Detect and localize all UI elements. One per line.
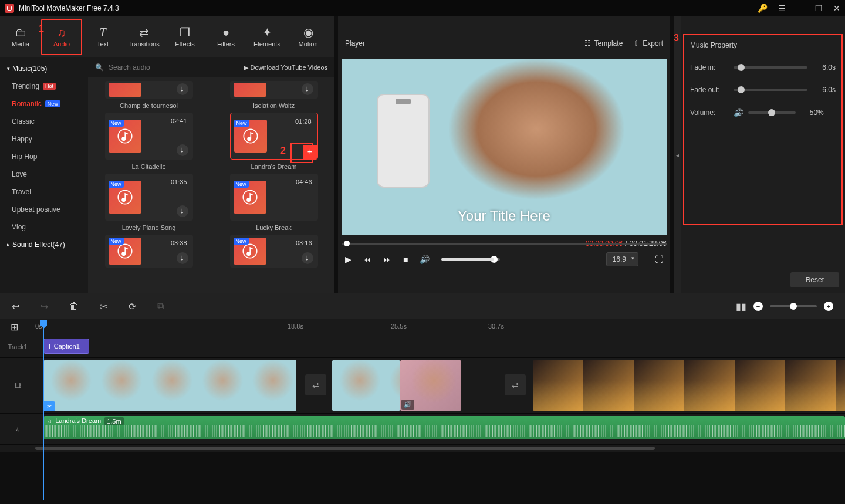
music-note-icon: ♫ <box>15 425 20 432</box>
audio-card[interactable]: New 04:46 Lucky Break <box>219 174 329 231</box>
play-button[interactable]: ▶ <box>345 255 351 264</box>
volume-icon[interactable]: 🔊 <box>420 255 430 264</box>
tab-filters[interactable]: ●Filters <box>205 19 246 55</box>
caption-clip[interactable]: T Caption1 <box>43 339 89 354</box>
audio-card-selected[interactable]: New 01:28 + Landra's Dream 2 <box>219 113 329 170</box>
music-note-icon: ♫ <box>47 417 52 424</box>
transition-slot[interactable]: ⇄ <box>505 374 526 395</box>
player-panel: Player ☷Template ⇧Export Your Title Here… <box>338 16 670 293</box>
video-clip[interactable]: 🔊 <box>400 360 461 411</box>
category-trending[interactable]: TrendingHot <box>0 77 88 95</box>
audio-card[interactable]: New 02:41 ⭳ La Citadelle <box>94 113 204 170</box>
fadeout-slider[interactable] <box>734 89 807 91</box>
audio-title: Lovely Piano Song <box>122 224 176 231</box>
category-happy[interactable]: Happy <box>0 130 88 148</box>
audio-card[interactable]: New 03:16 ⭳ <box>219 235 329 268</box>
license-key-icon[interactable]: 🔑 <box>758 4 768 13</box>
prev-frame-button[interactable]: ⏮ <box>363 255 371 264</box>
video-clip[interactable]: ✂ <box>43 360 298 411</box>
audio-title: Lucky Break <box>256 224 292 231</box>
category-upbeat[interactable]: Upbeat positive <box>0 201 88 218</box>
category-vlog[interactable]: Vlog <box>0 218 88 236</box>
category-music[interactable]: Music(105) <box>0 60 88 77</box>
category-love[interactable]: Love <box>0 165 88 183</box>
audio-card[interactable]: New 03:38 ⭳ <box>94 235 204 268</box>
download-icon[interactable]: ⭳ <box>177 83 188 95</box>
category-romantic[interactable]: RomanticNew <box>0 95 88 113</box>
film-icon: 🎞 <box>15 382 21 389</box>
timeline-ruler[interactable]: ⊞ 0s 18.8s 25.5s 30.7s <box>0 319 845 336</box>
tab-elements[interactable]: ✦Elements <box>246 19 288 55</box>
speed-button[interactable]: ⟳ <box>129 301 136 312</box>
category-classic[interactable]: Classic <box>0 113 88 130</box>
download-icon[interactable]: ⭳ <box>302 83 313 95</box>
tab-text[interactable]: TText <box>82 19 123 55</box>
motion-icon: ◉ <box>303 26 313 38</box>
tab-effects[interactable]: ❐Effects <box>164 19 205 55</box>
panel-collapse-handle[interactable]: ◂ <box>674 16 681 293</box>
audio-title: Landra's Dream <box>251 163 297 170</box>
music-note-icon: ♫ <box>58 26 66 38</box>
zoom-in-button[interactable]: + <box>824 302 833 311</box>
category-soundeffect[interactable]: Sound Effect(47) <box>0 236 88 253</box>
add-track-button[interactable]: ⊞ <box>11 322 18 333</box>
new-badge: New <box>234 120 249 127</box>
layers-icon: ☷ <box>584 39 591 48</box>
next-frame-button[interactable]: ⏭ <box>383 255 391 264</box>
undo-button[interactable]: ↩ <box>12 301 19 312</box>
audio-card[interactable]: ⭳ Isolation Waltz <box>219 81 329 109</box>
minimize-icon[interactable]: — <box>796 4 805 13</box>
zoom-out-button[interactable]: − <box>753 302 763 311</box>
seek-bar[interactable] <box>342 242 667 246</box>
tab-audio[interactable]: ♫Audio <box>41 19 82 55</box>
tab-motion[interactable]: ◉Motion <box>288 19 329 55</box>
audio-grid-area: 🔍 ▶Download YouTube Videos ⭳ Champ de to… <box>88 57 334 293</box>
download-icon[interactable]: ⭳ <box>302 252 313 264</box>
menu-icon[interactable]: ☰ <box>778 4 786 13</box>
transition-slot[interactable]: ⇄ <box>305 374 326 395</box>
audio-clip[interactable]: ♫ Landra's Dream 1.5m <box>43 416 845 439</box>
search-input[interactable] <box>109 63 239 72</box>
tab-media[interactable]: 🗀Media <box>0 19 41 55</box>
stop-button[interactable]: ■ <box>403 255 408 264</box>
waveform <box>43 425 845 437</box>
audio-duration: 02:41 <box>171 117 187 124</box>
snap-icon[interactable]: ▮▮ <box>736 301 746 312</box>
export-button[interactable]: ⇧Export <box>633 39 663 48</box>
close-icon[interactable]: ✕ <box>833 4 840 13</box>
video-preview[interactable]: Your Title Here <box>342 59 667 235</box>
audio-card[interactable]: ⭳ Champ de tournesol <box>94 81 204 109</box>
volume-value: 50% <box>800 109 824 117</box>
delete-button[interactable]: 🗑 <box>69 301 79 312</box>
track-head-audio: ♫ <box>0 414 35 444</box>
split-button[interactable]: ✂ <box>100 301 107 312</box>
video-clip[interactable] <box>332 360 400 411</box>
music-volume-slider[interactable] <box>748 111 796 114</box>
maximize-icon[interactable]: ❐ <box>815 4 823 13</box>
category-hiphop[interactable]: Hip Hop <box>0 148 88 165</box>
download-icon[interactable]: ⭳ <box>177 252 188 264</box>
zoom-slider[interactable] <box>770 305 817 307</box>
new-badge: New <box>109 120 124 127</box>
video-clip[interactable] <box>533 360 845 411</box>
app-title: MiniTool MovieMaker Free 7.4.3 <box>19 4 119 12</box>
add-to-timeline-button[interactable]: + <box>303 145 317 159</box>
aspect-ratio-select[interactable]: 16:9 <box>606 252 638 266</box>
category-sidebar: Music(105) TrendingHot RomanticNew Class… <box>0 57 88 293</box>
timeline-scrollbar[interactable] <box>0 445 845 452</box>
fadein-slider[interactable] <box>734 66 807 69</box>
category-travel[interactable]: Travel <box>0 183 88 201</box>
audio-duration: 03:38 <box>171 239 187 246</box>
audio-card[interactable]: New 01:35 ⭳ Lovely Piano Song <box>94 174 204 231</box>
template-button[interactable]: ☷Template <box>584 39 623 48</box>
speaker-icon[interactable]: 🔊 <box>734 108 743 117</box>
download-youtube-link[interactable]: ▶Download YouTube Videos <box>244 64 328 72</box>
fullscreen-icon[interactable]: ⛶ <box>655 255 663 264</box>
reset-button[interactable]: Reset <box>790 272 839 287</box>
playhead[interactable] <box>43 320 44 500</box>
volume-slider[interactable] <box>441 258 500 261</box>
tab-transitions[interactable]: ⇄Transitions <box>123 19 164 55</box>
download-icon[interactable]: ⭳ <box>177 144 188 156</box>
text-icon: T <box>99 26 106 38</box>
download-icon[interactable]: ⭳ <box>177 205 188 217</box>
